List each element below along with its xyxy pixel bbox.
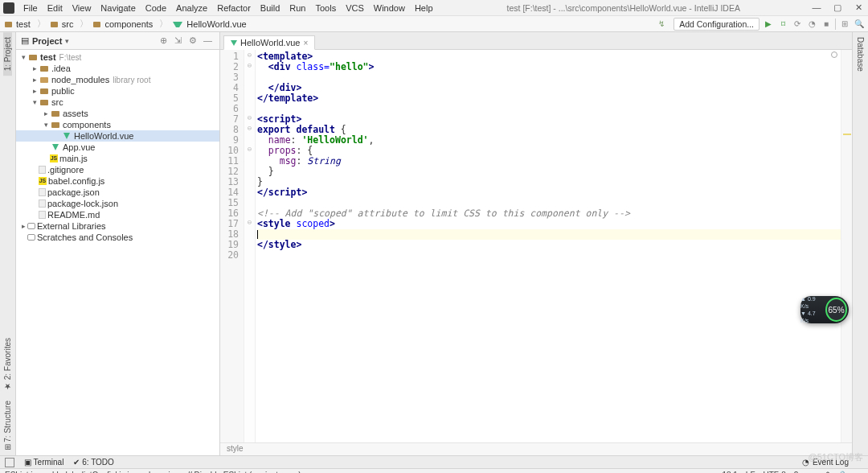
maximize-button[interactable]: ▢ <box>831 2 844 13</box>
tree-item[interactable]: App.vue <box>16 142 219 153</box>
code-line[interactable]: name: 'HelloWorld', <box>257 135 841 146</box>
breadcrumb-item[interactable]: test <box>3 19 34 29</box>
expand-chevron-icon[interactable]: ▸ <box>31 87 39 95</box>
tree-item[interactable]: package-lock.json <box>16 198 219 209</box>
menu-tools[interactable]: Tools <box>311 2 340 14</box>
tool-structure-tab[interactable]: ⊞ 7: Structure <box>3 396 12 455</box>
code-line[interactable] <box>257 229 841 240</box>
tree-item[interactable]: ▾components <box>16 119 219 130</box>
collapse-all-icon[interactable]: ⇲ <box>174 35 186 47</box>
tool-database-tab[interactable]: Database <box>856 32 865 76</box>
tab-close-icon[interactable]: × <box>303 39 308 47</box>
menu-refactor[interactable]: Refactor <box>213 2 255 14</box>
project-view-dropdown[interactable]: ▾ <box>65 37 69 45</box>
breadcrumb-item[interactable]: components <box>92 19 156 29</box>
search-everywhere-icon[interactable]: 🔍 <box>854 19 865 30</box>
menu-navigate[interactable]: Navigate <box>96 2 139 14</box>
tree-item[interactable]: Scratches and Consoles <box>16 232 219 243</box>
tree-item[interactable]: ▾testF:\test <box>16 51 219 63</box>
code-line[interactable]: } <box>257 177 841 187</box>
profile-icon[interactable]: ◔ <box>806 19 817 30</box>
tree-item[interactable]: README.md <box>16 209 219 220</box>
debug-icon[interactable]: ⌑ <box>777 19 788 30</box>
status-icon[interactable] <box>5 458 14 467</box>
code-editor[interactable]: 1234567891011121314151617181920 ⊖⊖⊖⊖⊖⊖ <… <box>220 50 852 442</box>
menu-view[interactable]: View <box>68 2 96 14</box>
code-line[interactable]: </style> <box>257 240 841 250</box>
tree-item[interactable]: ▸assets <box>16 108 219 119</box>
menu-window[interactable]: Window <box>370 2 409 14</box>
tool-terminal-tab[interactable]: ▣ Terminal <box>24 458 63 467</box>
code-content[interactable]: <template> <div class="hello"> </div></t… <box>256 50 841 442</box>
coverage-icon[interactable]: ⟳ <box>792 19 803 30</box>
menu-build[interactable]: Build <box>256 2 284 14</box>
layout-icon[interactable]: ⊞ <box>839 19 850 30</box>
code-line[interactable] <box>257 104 841 114</box>
tree-item[interactable]: HelloWorld.vue <box>16 130 219 142</box>
tree-item[interactable]: ▸node_moduleslibrary root <box>16 74 219 85</box>
code-line[interactable]: </template> <box>257 93 841 104</box>
minimize-button[interactable]: — <box>810 2 823 13</box>
breadcrumb-item[interactable]: src <box>49 19 77 29</box>
left-tool-strip: 1: Project ★ 2: Favorites ⊞ 7: Structure <box>0 32 16 455</box>
project-tree[interactable]: ▾testF:\test▸.idea▸node_moduleslibrary r… <box>16 50 219 455</box>
tree-item-label: Scratches and Consoles <box>37 232 133 242</box>
code-line[interactable]: </script> <box>257 187 841 198</box>
project-panel-header: ▤ Project ▾ ⊕ ⇲ ⚙ — <box>16 32 219 50</box>
code-line[interactable]: <!-- Add "scoped" attribute to limit CSS… <box>257 208 841 219</box>
tree-item[interactable]: JSbabel.config.js <box>16 175 219 187</box>
tree-item[interactable]: package.json <box>16 187 219 198</box>
menu-analyze[interactable]: Analyze <box>172 2 211 14</box>
expand-chevron-icon[interactable]: ▸ <box>42 109 50 117</box>
tree-item[interactable]: ▾src <box>16 97 219 108</box>
code-line[interactable]: msg: String <box>257 156 841 167</box>
code-line[interactable]: <style scoped> <box>257 219 841 229</box>
tree-item[interactable]: ▸External Libraries <box>16 220 219 232</box>
json-icon <box>39 199 46 208</box>
build-icon[interactable]: ↯ <box>656 19 667 30</box>
tool-favorites-tab[interactable]: ★ 2: Favorites <box>3 333 12 396</box>
code-line[interactable]: </div> <box>257 83 841 93</box>
event-log-icon[interactable]: ◔ <box>802 458 809 467</box>
menu-run[interactable]: Run <box>285 2 309 14</box>
chevron-right-icon: 〉 <box>78 18 90 30</box>
network-monitor-widget[interactable]: ▲ 0.9 K/s ▼ 4.7 K/s 65% <box>800 296 849 323</box>
expand-chevron-icon[interactable]: ▾ <box>19 53 27 61</box>
expand-chevron-icon[interactable]: ▾ <box>42 121 50 129</box>
settings-gear-icon[interactable]: ⚙ <box>189 35 200 47</box>
expand-chevron-icon[interactable]: ▾ <box>31 98 39 106</box>
stop-icon[interactable]: ■ <box>821 19 832 30</box>
menu-edit[interactable]: Edit <box>43 2 67 14</box>
breadcrumb-item[interactable]: HelloWorld.vue <box>171 19 249 29</box>
tool-todo-tab[interactable]: ✔ 6: TODO <box>73 458 113 467</box>
event-log-tab[interactable]: Event Log <box>813 458 849 467</box>
expand-chevron-icon[interactable]: ▸ <box>31 64 39 72</box>
code-line[interactable]: <div class="hello"> <box>257 62 841 72</box>
editor-breadcrumb[interactable]: style <box>220 442 852 455</box>
tool-project-tab[interactable]: 1: Project <box>3 32 12 76</box>
hide-panel-icon[interactable]: — <box>203 35 215 47</box>
close-button[interactable]: ✕ <box>852 2 865 13</box>
editor-markers-rail[interactable] <box>841 50 852 442</box>
run-icon[interactable]: ▶ <box>763 19 774 30</box>
menu-vcs[interactable]: VCS <box>342 2 368 14</box>
code-line[interactable]: } <box>257 167 841 177</box>
inspection-eye-icon[interactable] <box>831 51 837 58</box>
tree-item[interactable]: ▸.idea <box>16 63 219 74</box>
code-line[interactable] <box>257 250 841 261</box>
run-config-dropdown[interactable]: Add Configuration... <box>674 18 760 31</box>
editor-tab[interactable]: HelloWorld.vue × <box>223 35 315 50</box>
tree-item[interactable]: JSmain.js <box>16 153 219 164</box>
menu-file[interactable]: File <box>19 2 42 14</box>
expand-chevron-icon[interactable]: ▸ <box>31 76 39 84</box>
tree-item[interactable]: ▸public <box>16 85 219 97</box>
fold-column[interactable]: ⊖⊖⊖⊖⊖⊖ <box>244 50 256 442</box>
menu-help[interactable]: Help <box>411 2 437 14</box>
menu-code[interactable]: Code <box>141 2 170 14</box>
tree-item[interactable]: .gitignore <box>16 164 219 175</box>
locate-in-tree-icon[interactable]: ⊕ <box>160 35 171 47</box>
expand-chevron-icon[interactable]: ▸ <box>19 222 27 230</box>
warning-marker[interactable] <box>843 134 851 135</box>
code-line[interactable] <box>257 72 841 83</box>
code-line[interactable]: props: { <box>257 146 841 156</box>
